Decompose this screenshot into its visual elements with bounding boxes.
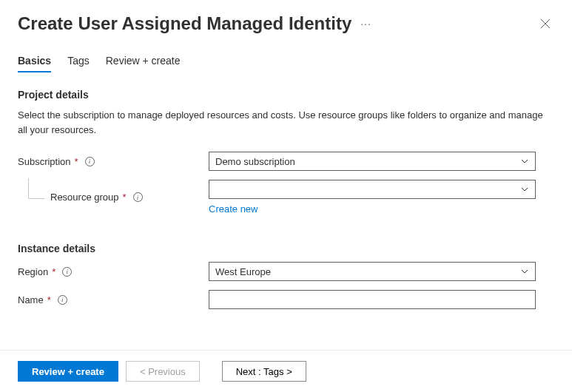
resource-group-select[interactable] [209,180,536,199]
name-input[interactable] [209,290,536,309]
required-mark: * [123,192,127,203]
tab-review[interactable]: Review + create [106,55,181,72]
subscription-select[interactable]: Demo subscription [209,152,536,171]
page-title: Create User Assigned Managed Identity [18,13,351,34]
project-details-heading: Project details [18,89,554,101]
info-icon[interactable]: i [133,192,143,202]
footer-bar: Review + create < Previous Next : Tags > [0,350,572,392]
info-icon[interactable]: i [85,157,95,166]
indent-connector [28,178,44,199]
name-label: Name [18,294,44,305]
next-button[interactable]: Next : Tags > [222,361,306,382]
required-mark: * [52,266,55,277]
tab-bar: Basics Tags Review + create [18,55,554,72]
more-actions-button[interactable]: ··· [360,18,371,30]
region-label: Region [18,266,48,277]
chevron-down-icon [520,267,529,276]
resource-group-label: Resource group [50,192,119,203]
previous-button[interactable]: < Previous [126,361,200,382]
close-button[interactable] [536,15,554,33]
region-value: West Europe [215,266,271,277]
tab-basics[interactable]: Basics [18,55,51,72]
required-mark: * [75,156,78,167]
info-icon[interactable]: i [58,295,67,305]
subscription-value: Demo subscription [215,156,295,167]
subscription-label: Subscription [18,156,71,167]
review-create-button[interactable]: Review + create [18,361,118,382]
chevron-down-icon [520,185,529,194]
tab-tags[interactable]: Tags [67,55,90,72]
region-select[interactable]: West Europe [209,262,536,281]
create-new-link[interactable]: Create new [209,203,258,214]
info-icon[interactable]: i [62,267,72,277]
chevron-down-icon [520,157,529,166]
required-mark: * [47,294,51,305]
close-icon [540,18,551,29]
project-details-desc: Select the subscription to manage deploy… [18,108,554,137]
instance-details-heading: Instance details [18,243,554,254]
